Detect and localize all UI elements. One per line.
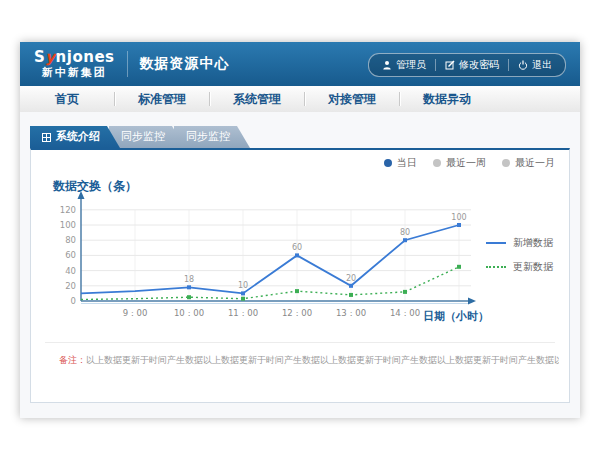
svg-text:9：00: 9：00 <box>123 308 148 318</box>
change-password-button[interactable]: 修改密码 <box>436 58 508 72</box>
svg-text:11：00: 11：00 <box>228 308 258 318</box>
brand-logo-en: Synjones <box>34 50 115 65</box>
svg-text:18: 18 <box>184 275 194 284</box>
legend-line-dotted <box>486 266 506 268</box>
legend-line-solid <box>486 242 506 244</box>
logout-label: 退出 <box>532 58 552 72</box>
svg-text:20: 20 <box>346 274 356 283</box>
range-filter: 当日 最近一周 最近一月 <box>384 156 555 170</box>
radio-dot <box>502 159 510 167</box>
header-divider <box>127 51 128 77</box>
nav-item-home[interactable]: 首页 <box>20 91 114 108</box>
nav-item-system-mgmt[interactable]: 系统管理 <box>210 91 304 108</box>
range-option-today[interactable]: 当日 <box>384 156 417 170</box>
footnote: 备注：以上数据更新于时间产生数据以上数据更新于时间产生数据以上数据更新于时间产生… <box>59 354 559 367</box>
range-option-today-label: 当日 <box>397 156 417 170</box>
tab-bar: 系统介绍 同步监控 同步监控 <box>30 126 570 148</box>
chart-legend: 新增数据 更新数据 <box>486 236 553 284</box>
range-option-last-week-label: 最近一周 <box>446 156 486 170</box>
grid-icon <box>42 133 51 142</box>
svg-text:14：00: 14：00 <box>390 308 420 318</box>
logo-spark-icon: y <box>45 48 55 66</box>
tab-sync-monitor-1-label: 同步监控 <box>121 126 165 148</box>
tab-sync-monitor-2[interactable]: 同步监控 <box>174 126 250 148</box>
svg-text:80: 80 <box>65 235 76 245</box>
legend-new-data-label: 新增数据 <box>513 236 553 250</box>
range-option-last-week[interactable]: 最近一周 <box>433 156 486 170</box>
nav-item-interface-mgmt[interactable]: 对接管理 <box>305 91 399 108</box>
user-menu: 管理员 修改密码 退出 <box>368 53 566 77</box>
range-option-last-month[interactable]: 最近一月 <box>502 156 555 170</box>
radio-dot <box>384 159 392 167</box>
header: Synjones 新中新集团 数据资源中心 管理员 修改密码 退出 <box>20 42 580 86</box>
main-nav: 首页 标准管理 系统管理 对接管理 数据异动 <box>20 86 580 113</box>
legend-update-data-label: 更新数据 <box>513 260 553 274</box>
content-area: 系统介绍 同步监控 同步监控 当日 最近一周 最近一月 数据交换（条） 0204… <box>20 112 580 418</box>
svg-text:10：00: 10：00 <box>174 308 204 318</box>
brand-logo-cn: 新中新集团 <box>34 67 115 78</box>
exchange-chart: 0204060801001209：0010：0011：0012：0013：001… <box>43 186 493 334</box>
nav-item-standard-mgmt[interactable]: 标准管理 <box>115 91 209 108</box>
admin-user-label: 管理员 <box>396 58 426 72</box>
chart-panel: 当日 最近一周 最近一月 数据交换（条） 0204060801001209：00… <box>30 148 570 403</box>
svg-text:20: 20 <box>65 281 76 291</box>
page-title: 数据资源中心 <box>140 55 230 73</box>
svg-text:60: 60 <box>292 243 302 252</box>
edit-icon <box>445 60 455 70</box>
footnote-prefix: 备注： <box>59 355 86 365</box>
footnote-text: 以上数据更新于时间产生数据以上数据更新于时间产生数据以上数据更新于时间产生数据以… <box>86 355 559 365</box>
svg-text:80: 80 <box>400 228 410 237</box>
nav-item-data-change[interactable]: 数据异动 <box>400 91 494 108</box>
app-window: Synjones 新中新集团 数据资源中心 管理员 修改密码 退出 首页 标准 <box>20 42 580 418</box>
tab-sync-monitor-1[interactable]: 同步监控 <box>109 126 185 148</box>
svg-text:0: 0 <box>71 296 76 306</box>
change-password-label: 修改密码 <box>459 58 499 72</box>
logout-button[interactable]: 退出 <box>509 58 561 72</box>
tab-sync-monitor-2-label: 同步监控 <box>186 126 230 148</box>
svg-text:10: 10 <box>238 281 248 290</box>
admin-user-button[interactable]: 管理员 <box>373 58 435 72</box>
legend-update-data: 更新数据 <box>486 260 553 274</box>
radio-dot <box>433 159 441 167</box>
user-icon <box>382 60 392 70</box>
svg-text:40: 40 <box>65 266 76 276</box>
svg-text:日期（小时）: 日期（小时） <box>423 310 489 323</box>
svg-text:100: 100 <box>451 213 466 222</box>
svg-text:100: 100 <box>60 220 76 230</box>
svg-text:12：00: 12：00 <box>282 308 312 318</box>
brand-logo: Synjones 新中新集团 <box>34 50 115 78</box>
power-icon <box>518 60 528 70</box>
tab-system-intro[interactable]: 系统介绍 <box>30 126 120 148</box>
range-option-last-month-label: 最近一月 <box>515 156 555 170</box>
panel-divider <box>45 342 555 343</box>
svg-text:60: 60 <box>65 250 76 260</box>
svg-text:120: 120 <box>60 205 76 215</box>
tab-system-intro-label: 系统介绍 <box>56 126 100 148</box>
svg-text:13：00: 13：00 <box>336 308 366 318</box>
legend-new-data: 新增数据 <box>486 236 553 250</box>
